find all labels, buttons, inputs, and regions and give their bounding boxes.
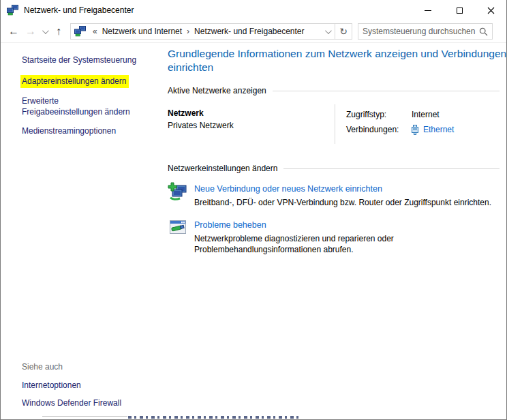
navigation-bar: ← → ↑ « Netzwerk und Internet › Netzwerk… bbox=[1, 20, 506, 43]
task-link-troubleshoot[interactable]: Probleme beheben bbox=[194, 218, 429, 230]
sidebar-item-control-panel-home[interactable]: Startseite der Systemsteuerung bbox=[22, 55, 155, 65]
bottom-cutoff-line bbox=[42, 416, 127, 417]
address-dropdown-button[interactable] bbox=[320, 29, 335, 34]
network-name: Netzwerk bbox=[168, 108, 335, 118]
section-rule bbox=[273, 91, 500, 91]
bottom-cutoff-artifact bbox=[128, 416, 300, 419]
back-icon: ← bbox=[8, 26, 19, 37]
search-input[interactable] bbox=[363, 27, 479, 36]
main-pane: Grundlegende Informationen zum Netzwerk … bbox=[168, 43, 500, 255]
maximize-icon bbox=[457, 7, 463, 14]
search-box bbox=[358, 23, 493, 40]
breadcrumb-separator-icon[interactable]: › bbox=[183, 27, 193, 36]
sidebar-item-internet-options[interactable]: Internetoptionen bbox=[22, 380, 121, 390]
sidebar-item-label: Freigabeeinstellungen ändern bbox=[22, 106, 155, 117]
title-bar: Netzwerk- und Freigabecenter bbox=[1, 0, 506, 20]
refresh-icon: ↻ bbox=[339, 26, 348, 37]
sidebar-item-advanced-sharing-settings[interactable]: Erweiterte Freigabeeinstellungen ändern bbox=[22, 95, 155, 117]
up-arrow-icon: ↑ bbox=[56, 26, 61, 37]
section-title: Aktive Netzwerke anzeigen bbox=[168, 86, 266, 95]
maximize-button[interactable] bbox=[444, 0, 475, 20]
search-icon[interactable] bbox=[479, 27, 488, 36]
sidebar-item-label: Erweiterte bbox=[22, 95, 155, 106]
sidebar-item-change-adapter-settings[interactable]: Adaptereinstellungen ändern bbox=[22, 76, 155, 87]
sidebar-item-label-highlighted: Adaptereinstellungen ändern bbox=[20, 75, 129, 88]
task-pane: Startseite der Systemsteuerung Adapterei… bbox=[1, 43, 162, 419]
breadcrumb-prefix[interactable]: « bbox=[89, 27, 101, 36]
active-network-panel: Netzwerk Privates Netzwerk Zugriffstyp: … bbox=[168, 104, 500, 144]
task-new-connection: Neue Verbindung oder neues Netzwerk einr… bbox=[168, 182, 500, 208]
breadcrumb-item-freigabecenter[interactable]: Netzwerk- und Freigabecenter bbox=[193, 27, 305, 36]
window-title: Netzwerk- und Freigabecenter bbox=[24, 5, 134, 15]
sidebar-item-label: Medienstreamingoptionen bbox=[22, 126, 116, 136]
task-link-new-connection[interactable]: Neue Verbindung oder neues Netzwerk einr… bbox=[194, 182, 491, 194]
task-description: Netzwerkprobleme diagnostizieren und rep… bbox=[194, 233, 429, 255]
task-description: Breitband-, DFÜ- oder VPN-Verbindung bzw… bbox=[194, 197, 491, 208]
connections-label: Verbindungen: bbox=[346, 125, 412, 134]
network-app-icon bbox=[7, 5, 18, 16]
access-type-value: Internet bbox=[412, 110, 440, 119]
see-also-header: Siehe auch bbox=[22, 362, 121, 372]
network-location-icon bbox=[74, 26, 86, 37]
forward-icon: → bbox=[25, 26, 36, 37]
breadcrumb-item-netzwerk-und-internet[interactable]: Netzwerk und Internet bbox=[101, 27, 183, 36]
up-button[interactable]: ↑ bbox=[50, 26, 67, 37]
forward-button[interactable]: → bbox=[22, 26, 39, 37]
ethernet-link[interactable]: Ethernet bbox=[423, 125, 454, 134]
minimize-button[interactable] bbox=[412, 0, 444, 20]
section-change-settings-header: Netzwerkeinstellungen ändern bbox=[168, 164, 500, 173]
ethernet-plug-icon bbox=[412, 125, 418, 135]
new-connection-icon bbox=[168, 182, 188, 202]
task-troubleshoot: Probleme beheben Netzwerkprobleme diagno… bbox=[168, 218, 500, 255]
recent-pages-button[interactable] bbox=[39, 29, 50, 34]
sidebar-item-label: Startseite der Systemsteuerung bbox=[22, 55, 136, 65]
network-sharing-center-window: Netzwerk- und Freigabecenter ← → ↑ bbox=[0, 0, 507, 420]
chevron-down-icon bbox=[42, 27, 48, 34]
back-button[interactable]: ← bbox=[5, 26, 22, 37]
chevron-down-icon bbox=[324, 27, 331, 34]
minimize-icon bbox=[425, 10, 431, 11]
network-profile: Privates Netzwerk bbox=[168, 121, 335, 130]
section-title: Netzwerkeinstellungen ändern bbox=[168, 164, 277, 173]
refresh-button[interactable]: ↻ bbox=[335, 23, 352, 40]
section-active-networks-header: Aktive Netzwerke anzeigen bbox=[168, 86, 500, 95]
address-bar[interactable]: « Netzwerk und Internet › Netzwerk- und … bbox=[70, 23, 352, 40]
sidebar-item-windows-defender-firewall[interactable]: Windows Defender Firewall bbox=[22, 398, 121, 408]
content-area: Startseite der Systemsteuerung Adapterei… bbox=[1, 43, 506, 419]
sidebar-item-media-streaming-options[interactable]: Medienstreamingoptionen bbox=[22, 125, 155, 136]
close-icon bbox=[487, 7, 495, 14]
section-rule bbox=[283, 168, 500, 169]
troubleshoot-icon bbox=[168, 218, 188, 239]
see-also-section: Siehe auch Internetoptionen Windows Defe… bbox=[22, 362, 121, 416]
access-type-label: Zugriffstyp: bbox=[346, 110, 412, 119]
close-button[interactable] bbox=[475, 0, 506, 20]
page-title: Grundlegende Informationen zum Netzwerk … bbox=[168, 47, 507, 74]
